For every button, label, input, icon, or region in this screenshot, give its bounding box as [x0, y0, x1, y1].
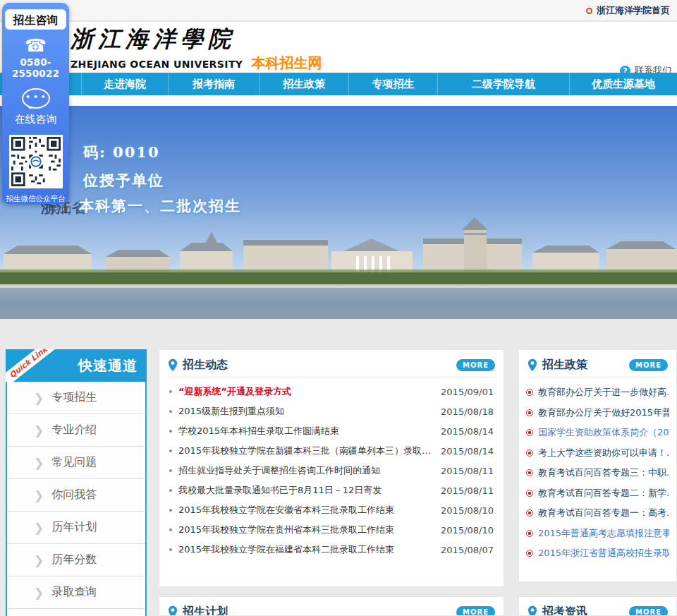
red-target-bullet-icon — [526, 550, 533, 557]
sidebar-item-admission-query[interactable]: ❯ 录取查询 — [7, 576, 145, 609]
nav-item-about[interactable]: 走进海院 — [81, 73, 168, 95]
bullet-dot-icon — [169, 410, 172, 413]
consult-title: 招生咨询 — [5, 9, 66, 30]
red-target-bullet-icon — [526, 389, 533, 396]
quick-link-header: Quick Link 快速通道 — [6, 349, 147, 382]
bullet-dot-icon — [169, 548, 172, 551]
news-link[interactable]: 2015年我校独立学院在安徽省本科三批录取工作结束 — [178, 504, 434, 517]
policy-row: 教育考试百问百答专题二：新学… — [526, 483, 669, 504]
chevron-right-icon: ❯ — [34, 423, 44, 437]
hero-degree-line: 位授予单位 — [83, 171, 164, 191]
quick-link-title: 快速通道 — [78, 356, 138, 375]
main-nav: 走进海院 报考指南 招生政策 专项招生 二级学院导航 优质生源基地 — [0, 73, 677, 95]
policy-link[interactable]: 教育部办公厅关于进一步做好高… — [538, 386, 669, 399]
top-bar: 浙江海洋学院首页 — [0, 0, 677, 21]
news-link[interactable]: 我校最大批量录取通知书已于8月11日－12日寄发 — [178, 484, 434, 497]
home-ring-icon — [586, 8, 592, 14]
policy-link[interactable]: 教育考试百问百答专题三：中职… — [538, 466, 669, 479]
news-link[interactable]: 招生就业指导处关于调整招生咨询工作时间的通知 — [178, 464, 434, 477]
wechat-platform-caption: 招生微信公众平台 — [2, 194, 69, 204]
news-panel: 招生动态 MORE “迎新系统”开通及登录方式2015/09/01 2015级新… — [159, 349, 504, 587]
policy-row: 考上大学这些资助你可以申请！… — [526, 443, 669, 464]
news-row: 招生就业指导处关于调整招生咨询工作时间的通知2015/08/11 — [169, 461, 494, 481]
policy-row: 教育考试百问百答专题三：中职… — [526, 463, 669, 483]
bullet-dot-icon — [169, 469, 172, 472]
sidebar-item-major-intro[interactable]: ❯ 专业介绍 — [7, 414, 145, 447]
news-link[interactable]: 2015年我校独立学院在福建省本科二批录取工作结束 — [178, 543, 434, 556]
policy-row: 2015年浙江省普通高校招生录取… — [526, 543, 669, 564]
news-link[interactable]: 2015级新生报到重点须知 — [178, 405, 434, 418]
policy-row: 国家学生资助政策体系简介（20… — [526, 423, 669, 443]
plan-panel: 招生计划 MORE — [159, 596, 504, 616]
news-row: 2015年我校独立学院在新疆本科三批（南疆单列本三）录取工作...2015/08… — [169, 441, 494, 461]
university-home-link[interactable]: 浙江海洋学院首页 — [597, 4, 670, 17]
info-more-button[interactable]: MORE — [629, 606, 668, 616]
policy-row: 教育部办公厅关于做好2015年普… — [526, 403, 669, 423]
policy-link[interactable]: 教育考试百问百答专题二：新学… — [538, 487, 669, 500]
wechat-qr-code — [9, 135, 63, 188]
map-pin-icon — [527, 358, 537, 372]
chevron-right-icon: ❯ — [34, 553, 44, 567]
sidebar-item-past-scores[interactable]: ❯ 历年分数 — [7, 544, 145, 576]
sidebar-item-qa[interactable]: ❯ 你问我答 — [7, 479, 145, 512]
policy-row: 教育考试百问百答专题一：高考… — [526, 503, 669, 524]
logo[interactable]: 浙江海洋學院 ZHEJIANG OCEAN UNIVERSITY 本科招生网 — [71, 25, 322, 73]
news-link[interactable]: 学校2015年本科招生录取工作圆满结束 — [178, 425, 434, 437]
news-link[interactable]: 2015年我校独立学院在贵州省本科三批录取工作结束 — [178, 524, 434, 536]
news-row: 2015年我校独立学院在安徽省本科三批录取工作结束2015/08/10 — [169, 500, 494, 520]
news-link[interactable]: “迎新系统”开通及登录方式 — [178, 385, 434, 398]
bullet-dot-icon — [169, 430, 172, 433]
phone-icon: ☎ — [2, 37, 69, 55]
consult-float-panel: 招生咨询 ☎ 0580-2550022 在线咨询 — [2, 3, 69, 204]
online-consult-link[interactable]: 在线咨询 — [2, 113, 69, 126]
news-row: “迎新系统”开通及登录方式2015/09/01 — [169, 382, 494, 401]
policy-link[interactable]: 考上大学这些资助你可以申请！… — [538, 447, 669, 459]
chevron-right-icon: ❯ — [34, 456, 44, 470]
sidebar-item-faq[interactable]: ❯ 常见问题 — [7, 447, 145, 479]
bullet-dot-icon — [169, 509, 172, 512]
policy-link[interactable]: 2015年普通高考志愿填报注意事… — [538, 527, 669, 540]
nav-item-quality-source-base[interactable]: 优质生源基地 — [569, 73, 677, 95]
news-panel-title: 招生动态 — [183, 358, 228, 373]
map-pin-icon — [168, 358, 178, 372]
news-more-button[interactable]: MORE — [456, 359, 495, 371]
sidebar-item-past-plans[interactable]: ❯ 历年计划 — [7, 512, 145, 544]
news-row: 2015级新生报到重点须知2015/08/18 — [169, 401, 494, 421]
header-gap — [0, 95, 677, 106]
nav-item-special-admission[interactable]: 专项招生 — [348, 73, 437, 95]
policy-panel-title: 招生政策 — [542, 358, 587, 373]
news-row: 2015年我校独立学院在贵州省本科三批录取工作结束2015/08/10 — [169, 520, 494, 540]
close-panel-link[interactable]: 关闭 — [49, 204, 73, 217]
quick-link-sidebar: Quick Link 快速通道 ❯ 专项招生 ❯ 专业介绍 ❯ 常见问题 ❯ 你… — [6, 349, 147, 616]
red-target-bullet-icon — [526, 530, 533, 537]
policy-link[interactable]: 国家学生资助政策体系简介（20… — [538, 426, 669, 439]
policy-link[interactable]: 教育部办公厅关于做好2015年普… — [538, 406, 669, 419]
policy-panel: 招生政策 MORE 教育部办公厅关于进一步做好高… 教育部办公厅关于做好2015… — [518, 349, 677, 582]
policy-link[interactable]: 2015年浙江省普通高校招生录取… — [538, 547, 669, 560]
news-link[interactable]: 2015年我校独立学院在新疆本科三批（南疆单列本三）录取工作... — [178, 445, 434, 457]
bullet-dot-icon — [169, 390, 172, 393]
sidebar-item-special-admission[interactable]: ❯ 专项招生 — [7, 382, 145, 414]
map-pin-icon — [168, 605, 178, 616]
nav-item-application-guide[interactable]: 报考指南 — [168, 73, 259, 95]
chevron-right-icon: ❯ — [34, 488, 44, 502]
policy-link[interactable]: 教育考试百问百答专题一：高考… — [538, 507, 669, 519]
nav-item-admission-policy[interactable]: 招生政策 — [259, 73, 348, 95]
news-row: 2015年我校独立学院在福建省本科二批录取工作结束2015/08/07 — [169, 540, 494, 560]
logo-chinese-calligraphy: 浙江海洋學院 — [71, 25, 322, 53]
policy-more-button[interactable]: MORE — [629, 359, 668, 371]
hero-banner[interactable]: 码: 0010 位授予单位 浙江省 本科第一、二批次招生 关闭 — [0, 106, 677, 319]
red-target-bullet-icon — [526, 409, 533, 416]
hero-code-line: 码: 0010 — [83, 143, 160, 162]
nav-item-college-navigation[interactable]: 二级学院导航 — [437, 73, 569, 95]
campus-photo — [0, 217, 677, 288]
bullet-dot-icon — [169, 449, 172, 452]
site-header: 浙江海洋學院 ZHEJIANG OCEAN UNIVERSITY 本科招生网 ?… — [0, 22, 677, 73]
map-pin-icon — [527, 605, 537, 616]
plan-panel-title: 招生计划 — [183, 605, 228, 616]
chevron-right-icon: ❯ — [34, 586, 44, 600]
info-panel: 招考资讯 MORE — [518, 596, 677, 616]
plan-more-button[interactable]: MORE — [456, 606, 495, 616]
sidebar-item-partial[interactable] — [7, 609, 145, 616]
red-target-bullet-icon — [526, 509, 533, 517]
